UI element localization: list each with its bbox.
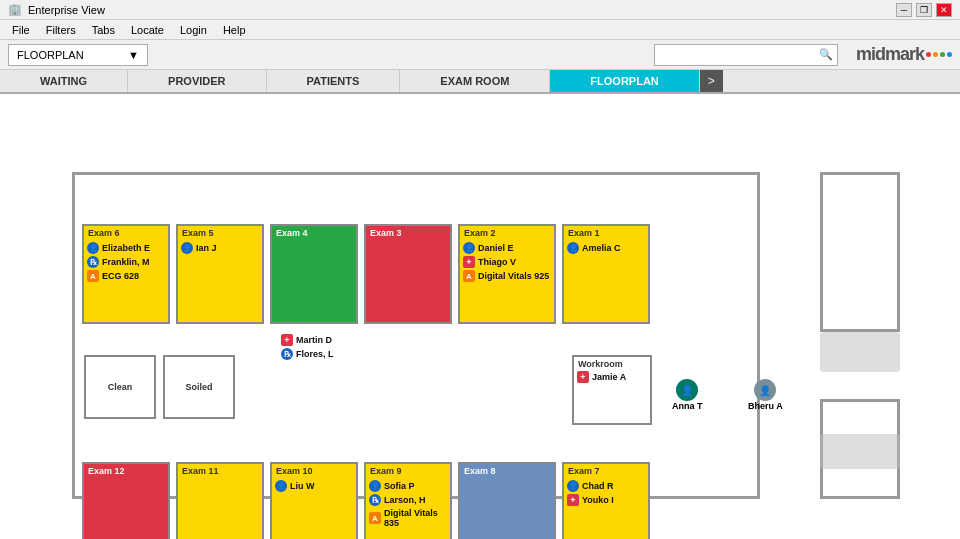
person-icon: 👤 <box>181 242 193 254</box>
plus-icon: + <box>567 494 579 506</box>
exam1-label: Exam 1 <box>568 228 600 238</box>
menu-login[interactable]: Login <box>172 20 215 39</box>
alert-icon: A <box>463 270 475 282</box>
patient-chad: 👤 Chad R <box>564 480 648 492</box>
room-exam10[interactable]: Exam 10 👤 Liu W <box>270 462 358 539</box>
app-title: Enterprise View <box>28 4 105 16</box>
exam3-label: Exam 3 <box>370 228 402 238</box>
soiled-label: Soiled <box>185 382 212 392</box>
room-exam7[interactable]: Exam 7 👤 Chad R + Youko I <box>562 462 650 539</box>
person-icon: 👤 <box>369 480 381 492</box>
tab-floorplan[interactable]: FLOORPLAN <box>550 70 699 92</box>
close-button[interactable]: ✕ <box>936 3 952 17</box>
title-bar: 🏢 Enterprise View ─ ❐ ✕ <box>0 0 960 20</box>
anna-t-patient: 👤 Anna T <box>672 379 703 411</box>
tab-waiting[interactable]: WAITING <box>0 70 128 92</box>
anna-label: Anna T <box>672 401 703 411</box>
plus-icon: + <box>463 256 475 268</box>
patient-franklin: ℞ Franklin, M <box>84 256 168 268</box>
patient-flores: ℞ Flores, L <box>278 348 337 360</box>
exam2-label: Exam 2 <box>464 228 496 238</box>
patient-youko: + Youko I <box>564 494 648 506</box>
nav-tabs: WAITING PROVIDER PATIENTS EXAM ROOM FLOO… <box>0 70 960 94</box>
menu-help[interactable]: Help <box>215 20 254 39</box>
room-exam2[interactable]: Exam 2 👤 Daniel E + Thiago V A Digital V… <box>458 224 556 324</box>
tab-provider[interactable]: PROVIDER <box>128 70 266 92</box>
person-icon: 👤 <box>567 480 579 492</box>
outer-wall <box>72 172 760 499</box>
patient-daniel: 👤 Daniel E <box>460 242 554 254</box>
exam5-label: Exam 5 <box>182 228 214 238</box>
menu-bar: File Filters Tabs Locate Login Help <box>0 20 960 40</box>
dropdown-arrow: ▼ <box>128 49 139 61</box>
room-workroom[interactable]: Workroom + Jamie A <box>572 355 652 425</box>
menu-tabs[interactable]: Tabs <box>84 20 123 39</box>
patient-ecg: A ECG 628 <box>84 270 168 282</box>
floorplan-label: FLOORPLAN <box>17 49 84 61</box>
exam10-label: Exam 10 <box>276 466 313 476</box>
clean-label: Clean <box>108 382 133 392</box>
patient-ian: 👤 Ian J <box>178 242 262 254</box>
rx-icon: ℞ <box>281 348 293 360</box>
menu-filters[interactable]: Filters <box>38 20 84 39</box>
patient-dv835: A Digital Vitals 835 <box>366 508 450 528</box>
bheru-a-patient: 👤 Bheru A <box>748 379 783 411</box>
rx-icon: ℞ <box>87 256 99 268</box>
person-icon: 👤 <box>567 242 579 254</box>
room-exam9[interactable]: Exam 9 👤 Sofia P ℞ Larson, H A Digital V… <box>364 462 452 539</box>
exam9-label: Exam 9 <box>370 466 402 476</box>
room-exam5[interactable]: Exam 5 👤 Ian J <box>176 224 264 324</box>
search-box: 🔍 <box>654 44 838 66</box>
restore-button[interactable]: ❐ <box>916 3 932 17</box>
room-exam4[interactable]: Exam 4 <box>270 224 358 324</box>
bheru-label: Bheru A <box>748 401 783 411</box>
plus-icon: + <box>281 334 293 346</box>
floorplan-dropdown[interactable]: FLOORPLAN ▼ <box>8 44 148 66</box>
exam11-label: Exam 11 <box>182 466 219 476</box>
exam7-label: Exam 7 <box>568 466 600 476</box>
room-exam12[interactable]: Exam 12 <box>82 462 170 539</box>
door-shape-2 <box>820 434 900 469</box>
plus-icon: + <box>577 371 589 383</box>
main-content: Exam 6 👤 Elizabeth E ℞ Franklin, M A ECG… <box>0 94 960 539</box>
room-soiled[interactable]: Soiled <box>163 355 235 419</box>
room-exam8[interactable]: Exam 8 <box>458 462 556 539</box>
menu-locate[interactable]: Locate <box>123 20 172 39</box>
corridor-patients: + Martin D ℞ Flores, L <box>278 332 337 360</box>
person-icon: 👤 <box>275 480 287 492</box>
person-icon: 👤 <box>463 242 475 254</box>
patient-liu: 👤 Liu W <box>272 480 356 492</box>
bheru-icon: 👤 <box>754 379 776 401</box>
menu-file[interactable]: File <box>4 20 38 39</box>
person-icon: 👤 <box>87 242 99 254</box>
exam4-label: Exam 4 <box>276 228 308 238</box>
exam6-label: Exam 6 <box>88 228 120 238</box>
minimize-button[interactable]: ─ <box>896 3 912 17</box>
patient-martin: + Martin D <box>278 334 337 346</box>
tab-exam-room[interactable]: EXAM ROOM <box>400 70 550 92</box>
patient-dv925: A Digital Vitals 925 <box>460 270 554 282</box>
patient-sofia: 👤 Sofia P <box>366 480 450 492</box>
rx-icon: ℞ <box>369 494 381 506</box>
tab-arrow[interactable]: > <box>700 70 723 92</box>
room-exam1[interactable]: Exam 1 👤 Amelia C <box>562 224 650 324</box>
room-clean[interactable]: Clean <box>84 355 156 419</box>
search-icon: 🔍 <box>815 48 837 61</box>
door-shape-1 <box>820 332 900 372</box>
window-controls: ─ ❐ ✕ <box>896 3 952 17</box>
alert-icon: A <box>369 512 381 524</box>
tab-patients[interactable]: PATIENTS <box>267 70 401 92</box>
exam12-label: Exam 12 <box>88 466 125 476</box>
room-exam6[interactable]: Exam 6 👤 Elizabeth E ℞ Franklin, M A ECG… <box>82 224 170 324</box>
room-exam11[interactable]: Exam 11 <box>176 462 264 539</box>
floorplan-view: Exam 6 👤 Elizabeth E ℞ Franklin, M A ECG… <box>0 94 960 539</box>
patient-larson: ℞ Larson, H <box>366 494 450 506</box>
room-exam3[interactable]: Exam 3 <box>364 224 452 324</box>
patient-elizabeth: 👤 Elizabeth E <box>84 242 168 254</box>
right-structure-top <box>820 172 900 332</box>
toolbar: FLOORPLAN ▼ 🔍 midmark <box>0 40 960 70</box>
workroom-label: Workroom <box>578 359 623 369</box>
search-input[interactable] <box>655 49 815 61</box>
patient-thiago: + Thiago V <box>460 256 554 268</box>
alert-icon: A <box>87 270 99 282</box>
